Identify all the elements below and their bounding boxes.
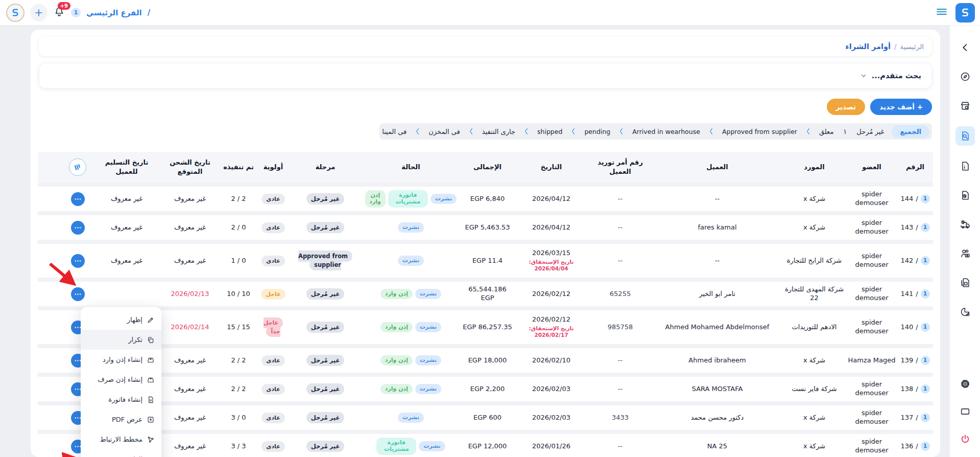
tab-all[interactable]: الجميع [892, 125, 929, 138]
status-chip-receive: إذن وارد [380, 322, 413, 333]
sidebar-item-purchase-orders[interactable] [955, 126, 975, 146]
order-date: 2026/04/12 [516, 223, 587, 232]
sidebar-item-document-info[interactable] [955, 157, 975, 175]
add-new-button[interactable]: + أضف جديد [870, 99, 932, 115]
sidebar-item-reports[interactable] [955, 303, 975, 321]
order-count-badge: 1 [921, 442, 930, 451]
cell-status: نشرت [361, 412, 461, 424]
order-number-value: 139 [900, 356, 913, 365]
cell-member: spider demouser [846, 189, 897, 209]
menu-item-pencil[interactable]: إظهار [81, 310, 161, 330]
row-actions-button[interactable] [71, 221, 85, 235]
cell-total: EGP 12,000 [461, 441, 514, 452]
tab-stage[interactable]: Approved from supplier [722, 128, 797, 135]
order-number-value: 142 [900, 257, 913, 265]
hamburger-menu-icon[interactable] [935, 5, 948, 20]
due-date-value: 2026/04/04 [516, 265, 587, 272]
shipping-truck-icon [960, 219, 971, 230]
menu-item-pdf[interactable]: عرض PDF [81, 409, 161, 429]
export-button[interactable]: تصدير [827, 99, 866, 115]
cell-client-delivery-date: غير معروف [93, 256, 160, 266]
tab-stage[interactable]: Arrived in wearhouse [632, 128, 700, 135]
menu-item-invoice[interactable]: إنشاء فاتورة [81, 390, 161, 409]
dots-icon [74, 195, 82, 203]
order-number: 1/136 [899, 442, 931, 451]
sidebar-item-store[interactable] [955, 97, 975, 115]
sidebar-item-products-document[interactable] [955, 274, 975, 291]
cell-date: 2026/02/10 [514, 355, 588, 366]
order-date: 2026/02/03 [516, 385, 587, 394]
table-row: 1/136spider demouserشركة xNA 25--2026/01… [38, 434, 933, 457]
quick-add-button[interactable] [30, 4, 47, 21]
sidebar-item-screen[interactable] [955, 403, 975, 420]
stage-chip: غير مُرحل [306, 288, 345, 300]
notification-count-badge: +9 [58, 2, 70, 10]
table-row: 1/138spider demouserشركة فاير نستSARA MO… [38, 377, 933, 401]
cell-expected-shipping-date: 2026/02/13 [160, 289, 220, 300]
sidebar-item-document-status[interactable] [955, 187, 975, 204]
status-chip-published: نشرت [398, 413, 424, 423]
column-settings-button[interactable] [69, 158, 86, 176]
actions-row: + أضف جديد تصدير [39, 99, 932, 115]
tab-stage[interactable]: فى المينا [382, 128, 407, 135]
cell-supply-order-no: 985758 [588, 322, 652, 333]
cell-status: نشرتفاتورة مشتريات [361, 437, 461, 455]
cell-member: spider demouser [846, 251, 897, 270]
menu-item-copy[interactable]: تكرار [81, 330, 161, 350]
breadcrumb-home[interactable]: الرئيسية [900, 42, 924, 51]
document-status-icon [960, 190, 971, 201]
sidebar-item-shipping-truck[interactable] [955, 216, 975, 233]
products-document-icon [960, 277, 971, 288]
cell-member: spider demouser [846, 317, 897, 337]
order-number: 1/137 [899, 413, 931, 422]
cell-supplier: شركة x [782, 194, 846, 204]
notifications-button[interactable]: +9 [53, 6, 65, 20]
row-actions-button[interactable] [71, 254, 85, 268]
cell-client-delivery-date [93, 293, 160, 295]
cell-executed: 3 / 3 [220, 441, 257, 452]
pencil-icon [147, 316, 155, 324]
order-count-badge: 1 [921, 413, 930, 422]
row-actions-button[interactable] [71, 287, 85, 301]
status-chips: نشرت [363, 222, 459, 233]
sidebar-item-power[interactable] [955, 430, 975, 448]
user-avatar[interactable] [6, 4, 25, 22]
cell-status: نشرت [361, 255, 461, 267]
column-header: مرحلة [290, 161, 361, 174]
logo-icon [959, 7, 971, 19]
power-icon [960, 433, 971, 445]
advanced-search-toggle[interactable]: بحث متقدم... [39, 63, 932, 88]
order-number: 1/142 [899, 256, 931, 265]
app-logo [955, 3, 975, 22]
branch-name[interactable]: الفرع الرئيسي [86, 8, 142, 17]
tab-stage[interactable]: pending [584, 128, 610, 135]
status-chip-published: نشرت [419, 441, 445, 452]
tab-unposted[interactable]: غير مُرحل [856, 128, 884, 135]
menu-item-link-map[interactable]: مخطط الارتباط [81, 429, 161, 449]
cell-number: 1/138 [897, 383, 933, 395]
number-slash: / [916, 223, 918, 232]
order-number-value: 136 [900, 442, 913, 451]
tab-stage[interactable]: معلق [819, 128, 833, 135]
cell-stage: غير مُرحل [290, 441, 361, 452]
cell-stage: غير مُرحل [290, 322, 361, 333]
status-chip-invoice: فاتورة مشتريات [388, 190, 428, 207]
menu-item-inbox-out[interactable]: إنشاء إذن صرف [81, 370, 161, 390]
row-separator [38, 211, 933, 215]
row-actions-button[interactable] [71, 192, 85, 206]
cell-executed: 3 / 0 [220, 413, 257, 423]
cell-executed: 10 / 10 [220, 289, 257, 300]
cell-expected-shipping-date: غير معروف [160, 441, 220, 452]
tab-stage[interactable]: فى المخزن [428, 128, 460, 135]
tab-stage[interactable]: shipped [537, 128, 562, 135]
tab-stage[interactable]: جارى التنفيذ [482, 128, 515, 135]
sidebar-item-compass[interactable] [955, 68, 975, 85]
menu-item-inbox-in[interactable]: إنشاء إذن وارد [81, 350, 161, 370]
cell-expected-shipping-date: غير معروف [160, 384, 220, 395]
row-separator [38, 430, 933, 434]
sidebar-item-collapse[interactable] [955, 39, 975, 56]
sidebar-item-settings[interactable] [955, 375, 975, 393]
sidebar-item-customers[interactable] [955, 245, 975, 262]
menu-item-x[interactable]: الغاء [81, 449, 161, 457]
cell-client: fares kamal [652, 222, 782, 233]
